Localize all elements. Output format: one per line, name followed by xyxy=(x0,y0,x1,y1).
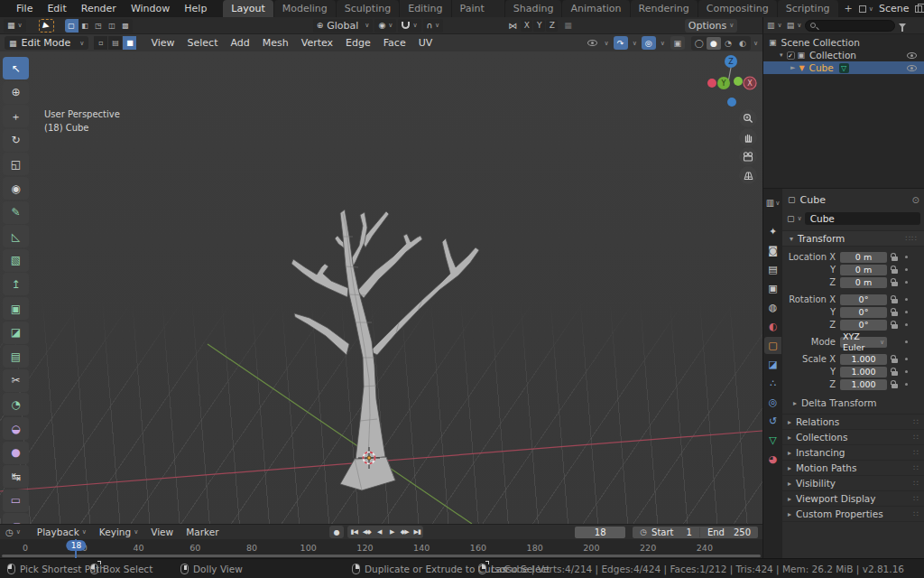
jump-to-start-button[interactable]: ▮◀ xyxy=(347,526,360,538)
panel-instancing[interactable]: ▸Instancing∷ xyxy=(782,445,924,461)
object-name-field[interactable]: Cube xyxy=(805,212,920,225)
properties-tab-render[interactable]: ◙ xyxy=(764,242,781,259)
zoom-view-button[interactable] xyxy=(739,109,757,127)
tool-inset-faces[interactable]: ▣ xyxy=(3,297,29,320)
tab-rendering[interactable]: Rendering xyxy=(631,0,698,17)
tab-layout[interactable]: Layout xyxy=(223,0,273,17)
tool-move[interactable]: ＋ xyxy=(3,105,29,127)
jump-to-end-button[interactable]: ▶▮ xyxy=(411,526,423,538)
outliner-filter-icon[interactable]: ▤ xyxy=(787,21,795,30)
properties-tab-object[interactable]: ▢ xyxy=(764,337,781,354)
animate-dot-icon[interactable] xyxy=(905,256,908,258)
add-workspace-button[interactable]: + xyxy=(839,0,858,17)
tool-shear[interactable]: ▱ xyxy=(3,513,29,524)
navigation-gizmo[interactable]: Z Y X xyxy=(702,52,765,116)
outliner-item-label[interactable]: Collection xyxy=(809,50,856,61)
viewport-canvas[interactable]: User Perspective (18) Cube xyxy=(0,51,762,524)
outliner-item-label[interactable]: Scene Collection xyxy=(781,37,860,48)
transform-value-field[interactable]: XYZ Euler∨ xyxy=(840,337,887,348)
active-tool-button[interactable]: ▶ xyxy=(39,19,54,33)
mirror-z-button[interactable]: Z xyxy=(546,20,558,32)
delta-transform-subpanel[interactable]: ▸ Delta Transform xyxy=(782,396,924,410)
tool-extrude-region[interactable]: ↥ xyxy=(3,273,29,295)
select-intersect-button[interactable]: ▩ xyxy=(119,19,133,33)
gizmos-toggle[interactable]: ↷ xyxy=(614,36,628,50)
transform-value-field[interactable]: 0° xyxy=(840,294,887,305)
panel-collections[interactable]: ▸Collections∷ xyxy=(782,430,924,445)
pan-view-button[interactable] xyxy=(739,128,757,146)
tool-bevel[interactable]: ◪ xyxy=(3,322,29,344)
timeline-scrollbar[interactable] xyxy=(2,555,761,557)
lock-open-icon[interactable] xyxy=(892,324,898,329)
transform-value-field[interactable]: 0° xyxy=(840,320,887,331)
viewport-menu-select[interactable]: Select xyxy=(181,37,225,49)
tool-smooth[interactable]: ● xyxy=(3,442,29,464)
timeline-editor-selector[interactable]: ◷∨ xyxy=(0,527,27,537)
tab-sculpting[interactable]: Sculpting xyxy=(337,0,399,17)
panel-custom-properties[interactable]: ▸Custom Properties∷ xyxy=(782,507,924,522)
tool-measure[interactable]: ◺ xyxy=(3,225,29,247)
pin-icon[interactable]: ⊙ xyxy=(912,195,919,205)
animate-dot-icon[interactable] xyxy=(905,323,908,326)
vertex-select-button[interactable]: ▫ xyxy=(94,36,107,50)
animate-dot-icon[interactable] xyxy=(905,370,908,373)
animate-dot-icon[interactable] xyxy=(905,298,908,301)
tab-shading[interactable]: Shading xyxy=(505,0,562,17)
properties-tab-view-layer[interactable]: ▣ xyxy=(764,280,781,297)
end-frame-field[interactable]: End 250 xyxy=(699,527,758,537)
transform-value-field[interactable]: 1.000 xyxy=(840,367,887,378)
properties-tab-tool[interactable]: ✦ xyxy=(764,223,781,240)
camera-view-button[interactable] xyxy=(739,147,757,165)
tool-select-box[interactable]: ↖ xyxy=(3,57,29,79)
mode-dropdown[interactable]: ▦ Edit Mode ∨ xyxy=(5,36,88,50)
start-frame-field[interactable]: ◷ Start 1 xyxy=(633,527,699,537)
panel-viewport-display[interactable]: ▸Viewport Display∷ xyxy=(782,491,924,507)
properties-tab-modifiers[interactable]: ◪ xyxy=(764,356,781,373)
tab-texture-paint[interactable]: Texture Paint xyxy=(452,0,504,17)
next-keyframe-button[interactable]: ◆▶ xyxy=(398,526,411,538)
timeline-ruler[interactable]: 02040608010012014016018020022024018 xyxy=(0,539,762,558)
gizmo-y-pos-axis[interactable] xyxy=(734,77,743,86)
menu-help[interactable]: Help xyxy=(177,0,214,17)
menu-file[interactable]: File xyxy=(9,0,40,17)
panel-visibility[interactable]: ▸Visibility∷ xyxy=(782,476,924,491)
properties-tab-output[interactable]: ▤ xyxy=(764,261,781,278)
auto-keying-button[interactable]: ● xyxy=(329,526,344,538)
editor-type-selector[interactable]: ▦∨ xyxy=(4,19,26,33)
transform-value-field[interactable]: 0 m xyxy=(840,277,887,288)
options-dropdown[interactable]: Options ∨ xyxy=(685,19,738,33)
tool-annotate[interactable]: ✎ xyxy=(3,201,29,224)
animate-dot-icon[interactable] xyxy=(905,311,908,313)
edge-select-button[interactable]: ▤ xyxy=(108,36,122,50)
transform-value-field[interactable]: 1.000 xyxy=(840,354,887,365)
select-subtract-button[interactable]: ◳ xyxy=(92,19,106,33)
lock-open-icon[interactable] xyxy=(892,256,898,261)
outliner-display-mode-icon[interactable]: ▥ xyxy=(767,21,775,30)
tool-spin[interactable]: ◒ xyxy=(3,417,29,440)
animate-dot-icon[interactable] xyxy=(905,340,908,343)
lock-open-icon[interactable] xyxy=(892,299,898,303)
breadcrumb-object-name[interactable]: Cube xyxy=(800,194,826,206)
panel-motion-paths[interactable]: ▸Motion Paths∷ xyxy=(782,461,924,476)
properties-tab-constraints[interactable]: ↺ xyxy=(764,413,781,430)
shading-solid-button[interactable]: ● xyxy=(707,37,721,50)
tool-scale[interactable]: ◱ xyxy=(3,153,29,175)
filter-funnel-icon[interactable] xyxy=(899,23,906,28)
transform-value-field[interactable]: 0 m xyxy=(840,252,887,263)
animate-dot-icon[interactable] xyxy=(905,268,908,271)
tool-poly-build[interactable]: ◔ xyxy=(3,393,29,415)
properties-tab-physics[interactable]: ◎ xyxy=(764,394,781,411)
select-extend-button[interactable]: ◧ xyxy=(79,19,92,33)
viewport-menu-face[interactable]: Face xyxy=(377,37,412,49)
properties-tab-scene[interactable]: ◍ xyxy=(764,299,781,316)
tool-add-cube[interactable]: ▧ xyxy=(3,249,29,272)
proportional-editing-dropdown[interactable]: ∩∨ xyxy=(423,19,444,33)
viewport-menu-uv[interactable]: UV xyxy=(412,37,439,49)
checkbox-icon[interactable]: ✓ xyxy=(787,51,795,60)
mirror-y-button[interactable]: Y xyxy=(533,20,545,32)
toggle-ortho-button[interactable] xyxy=(739,166,757,184)
tab-animation[interactable]: Animation xyxy=(562,0,629,17)
transform-value-field[interactable]: 0° xyxy=(840,307,887,318)
viewport-menu-edge[interactable]: Edge xyxy=(339,37,377,49)
scene-selector[interactable]: ∨ Scene × xyxy=(859,3,924,14)
